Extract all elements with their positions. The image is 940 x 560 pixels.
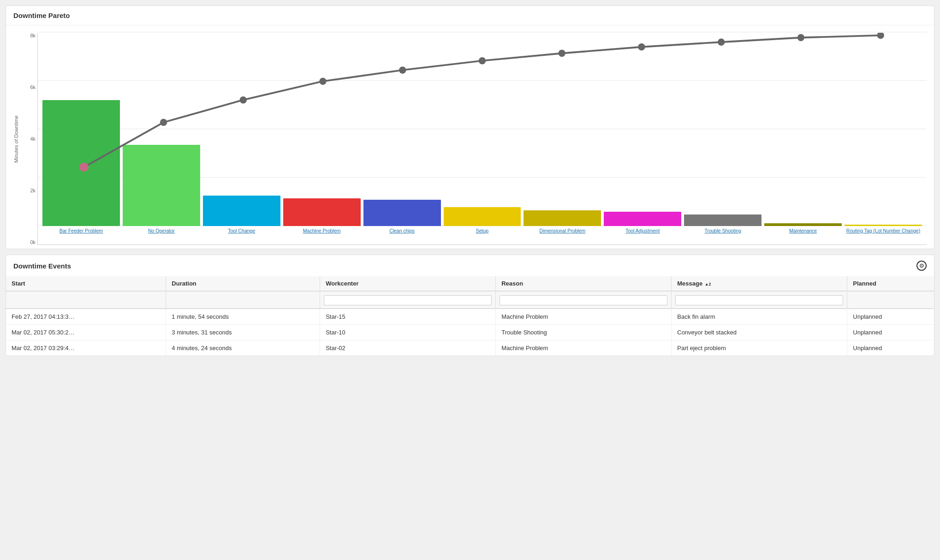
x-axis-area: Bar Feeder ProblemNo OperatorTool Change…: [38, 226, 927, 244]
bar[interactable]: [42, 100, 120, 226]
table-row: Mar 02, 2017 05:30:2…3 minutes, 31 secon…: [6, 325, 934, 340]
bar-group: [363, 200, 441, 226]
col-filter-cell-message: [672, 291, 847, 309]
bar-group: [444, 207, 521, 226]
sort-indicator[interactable]: ▲2: [703, 282, 711, 286]
chart-body: Bar Feeder ProblemNo OperatorTool Change…: [37, 33, 927, 245]
filter-input-workcenter[interactable]: [324, 295, 492, 305]
pareto-card: Downtime Pareto Minutes of Downtime 0k2k…: [6, 6, 934, 249]
bar[interactable]: [684, 214, 762, 226]
cell-duration: 1 minute, 54 seconds: [166, 309, 320, 325]
filter-input-reason[interactable]: [500, 295, 667, 305]
bars-area: [38, 33, 927, 226]
bar-group: [283, 198, 361, 226]
cell-message: Conveyor belt stacked: [672, 325, 847, 340]
cell-reason: Machine Problem: [496, 309, 672, 325]
cell-message: Part eject problem: [672, 340, 847, 356]
cell-start: Mar 02, 2017 03:29:4…: [6, 340, 166, 356]
cell-workcenter: Star-10: [320, 325, 496, 340]
cell-planned: Unplanned: [847, 309, 934, 325]
bar[interactable]: [444, 207, 521, 226]
cell-planned: Unplanned: [847, 325, 934, 340]
col-filter-cell-planned: [847, 291, 934, 309]
chart-area: Minutes of Downtime 0k2k4k6k8k Bar Feede…: [6, 25, 934, 249]
events-card-header: Downtime Events ⊙: [6, 255, 934, 276]
cell-workcenter: Star-15: [320, 309, 496, 325]
y-tick: 0k: [21, 239, 36, 245]
y-axis-label: Minutes of Downtime: [13, 115, 19, 163]
y-axis: 0k2k4k6k8k: [21, 33, 37, 245]
col-filter-cell-start: [6, 291, 166, 309]
x-axis-label[interactable]: Tool Adjustment: [604, 226, 681, 244]
bar[interactable]: [524, 210, 601, 226]
bar-group: [203, 196, 280, 226]
cell-workcenter: Star-02: [320, 340, 496, 356]
col-header-workcenter: Workcenter: [320, 276, 496, 291]
bar-group: [123, 145, 200, 226]
x-axis-label[interactable]: No Operator: [123, 226, 200, 244]
col-header-message: Message ▲2: [672, 276, 847, 291]
bar[interactable]: [203, 196, 280, 226]
y-tick: 6k: [21, 84, 36, 90]
cell-reason: Trouble Shooting: [496, 325, 672, 340]
y-tick: 8k: [21, 33, 36, 38]
events-card: Downtime Events ⊙ StartDurationWorkcente…: [6, 255, 934, 356]
cell-start: Feb 27, 2017 04:13:3…: [6, 309, 166, 325]
table-row: Mar 02, 2017 03:29:4…4 minutes, 24 secon…: [6, 340, 934, 356]
x-axis-label[interactable]: Machine Problem: [283, 226, 361, 244]
col-header-start: Start: [6, 276, 166, 291]
bar[interactable]: [283, 198, 361, 226]
events-table: StartDurationWorkcenterReasonMessage ▲2P…: [6, 276, 934, 356]
col-header-planned: Planned: [847, 276, 934, 291]
x-axis-label[interactable]: Maintenance: [764, 226, 842, 244]
cell-duration: 4 minutes, 24 seconds: [166, 340, 320, 356]
pareto-title: Downtime Pareto: [6, 6, 934, 25]
filter-input-message[interactable]: [675, 295, 843, 305]
x-axis-label[interactable]: Setup: [444, 226, 521, 244]
col-header-duration: Duration: [166, 276, 320, 291]
download-icon[interactable]: ⊙: [916, 261, 927, 271]
bar[interactable]: [123, 145, 200, 226]
col-filter-cell-duration: [166, 291, 320, 309]
col-filter-cell-workcenter: [320, 291, 496, 309]
x-axis-label[interactable]: Tool Change: [203, 226, 280, 244]
y-tick: 2k: [21, 188, 36, 193]
cell-reason: Machine Problem: [496, 340, 672, 356]
col-header-reason: Reason: [496, 276, 672, 291]
x-axis-label[interactable]: Trouble Shooting: [684, 226, 762, 244]
events-title: Downtime Events: [13, 262, 71, 270]
bar-group: [684, 214, 762, 226]
bar[interactable]: [604, 212, 681, 226]
bar-group: [604, 212, 681, 226]
bar-group: [42, 100, 120, 226]
y-tick: 4k: [21, 136, 36, 142]
cell-message: Back fin alarm: [672, 309, 847, 325]
bar-group: [524, 210, 601, 226]
table-row: Feb 27, 2017 04:13:3…1 minute, 54 second…: [6, 309, 934, 325]
x-axis-label[interactable]: Dimensional Problem: [524, 226, 601, 244]
col-filter-cell-reason: [496, 291, 672, 309]
page-wrapper: Downtime Pareto Minutes of Downtime 0k2k…: [0, 0, 940, 362]
cell-planned: Unplanned: [847, 340, 934, 356]
x-axis-label[interactable]: Clean chips: [363, 226, 441, 244]
x-axis-label[interactable]: Bar Feeder Problem: [42, 226, 120, 244]
cell-start: Mar 02, 2017 05:30:2…: [6, 325, 166, 340]
bar[interactable]: [363, 200, 441, 226]
x-axis-label[interactable]: Routing Tag (Lot Number Change): [845, 226, 922, 244]
cell-duration: 3 minutes, 31 seconds: [166, 325, 320, 340]
grid-line: [38, 32, 927, 32]
